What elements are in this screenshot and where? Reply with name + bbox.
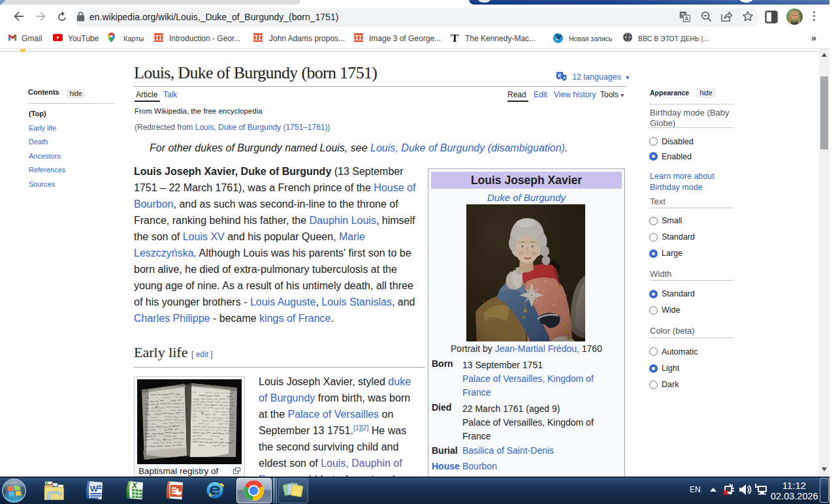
svg-text:X: X	[131, 481, 138, 490]
svg-text:W: W	[90, 484, 99, 494]
